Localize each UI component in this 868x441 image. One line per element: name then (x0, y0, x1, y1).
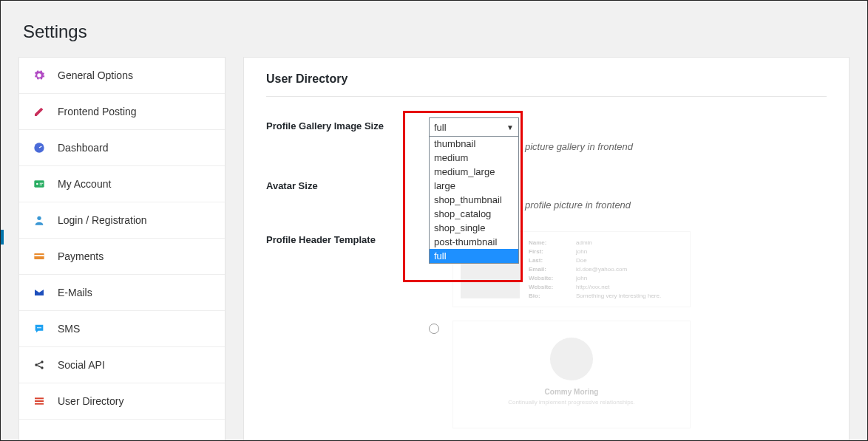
sidebar-item-label: Payments (58, 250, 104, 262)
sidebar-item-payments[interactable]: Payments (19, 239, 225, 275)
list-icon (31, 395, 47, 407)
sidebar-item-label: E-Mails (58, 287, 92, 298)
svg-point-11 (40, 327, 41, 329)
id-card-icon (31, 178, 47, 190)
user-icon (31, 214, 47, 226)
section-title: User Directory (266, 72, 827, 97)
chevron-down-icon: ▼ (506, 123, 514, 131)
dashboard-icon (31, 142, 47, 154)
gear-icon (31, 69, 47, 81)
profile-fields: Name:admin First:john Last:Doe Email:id.… (529, 239, 661, 299)
option-shop-thumbnail[interactable]: shop_thumbnail (430, 193, 518, 207)
option-thumbnail[interactable]: thumbnail (430, 137, 518, 151)
label-avatar-size: Avatar Size (266, 177, 429, 191)
main-panel: User Directory Profile Gallery Image Siz… (243, 57, 850, 441)
preview-name: Commy Moring (475, 388, 668, 396)
mail-icon (31, 287, 47, 298)
svg-point-5 (37, 216, 41, 220)
option-medium[interactable]: medium (430, 151, 518, 165)
sidebar-item-label: User Directory (58, 395, 123, 407)
sidebar-item-label: My Account (58, 178, 111, 190)
option-post-thumbnail[interactable]: post-thumbnail (430, 235, 518, 249)
svg-point-10 (38, 327, 40, 329)
sidebar-item-label: General Options (58, 69, 133, 81)
sidebar-item-sms[interactable]: SMS (19, 311, 225, 347)
svg-rect-7 (34, 255, 44, 256)
sidebar-item-label: Social API (58, 359, 105, 371)
svg-rect-16 (35, 400, 44, 402)
share-icon (31, 359, 47, 371)
template-preview-2[interactable]: Commy Moring Continually implement progr… (452, 321, 691, 428)
svg-rect-1 (34, 180, 44, 187)
label-profile-gallery-image-size: Profile Gallery Image Size (266, 117, 429, 131)
option-large[interactable]: large (430, 179, 518, 193)
sidebar-item-label: SMS (58, 323, 80, 335)
profile-gallery-image-size-dropdown: thumbnail medium medium_large large shop… (429, 137, 519, 264)
settings-sidebar: General Options Frontend Posting Dashboa… (18, 57, 226, 441)
svg-point-9 (37, 327, 38, 329)
sidebar-item-label: Dashboard (58, 142, 109, 154)
chat-icon (31, 323, 47, 335)
sidebar-item-label: Login / Registration (58, 214, 147, 226)
sidebar-item-user-directory[interactable]: User Directory (19, 383, 225, 420)
credit-card-icon (31, 250, 47, 262)
svg-rect-4 (40, 185, 42, 185)
sidebar-item-dashboard[interactable]: Dashboard (19, 130, 225, 166)
svg-rect-15 (35, 397, 44, 399)
option-full[interactable]: full (430, 249, 518, 263)
svg-point-2 (36, 183, 38, 185)
select-value: full (434, 122, 447, 133)
profile-gallery-image-size-select[interactable]: full ▼ (429, 117, 519, 137)
sidebar-item-frontend-posting[interactable]: Frontend Posting (19, 94, 225, 130)
avatar-placeholder (550, 338, 593, 380)
option-medium-large[interactable]: medium_large (430, 165, 518, 179)
sidebar-item-emails[interactable]: E-Mails (19, 275, 225, 311)
edit-icon (31, 106, 47, 117)
sidebar-item-login-registration[interactable]: Login / Registration (19, 202, 225, 239)
preview-subtitle: Continually implement progressive relati… (475, 399, 668, 406)
option-shop-catalog[interactable]: shop_catalog (430, 207, 518, 221)
svg-rect-3 (40, 183, 44, 184)
label-profile-header-template: Profile Header Template (266, 231, 429, 245)
template-radio-2[interactable] (429, 324, 439, 334)
sidebar-item-my-account[interactable]: My Account (19, 166, 225, 202)
option-shop-single[interactable]: shop_single (430, 221, 518, 235)
svg-rect-17 (35, 403, 44, 405)
sidebar-item-general-options[interactable]: General Options (19, 58, 225, 94)
page-title: Settings (1, 1, 867, 57)
sidebar-item-label: Frontend Posting (58, 106, 137, 117)
sidebar-item-social-api[interactable]: Social API (19, 347, 225, 383)
